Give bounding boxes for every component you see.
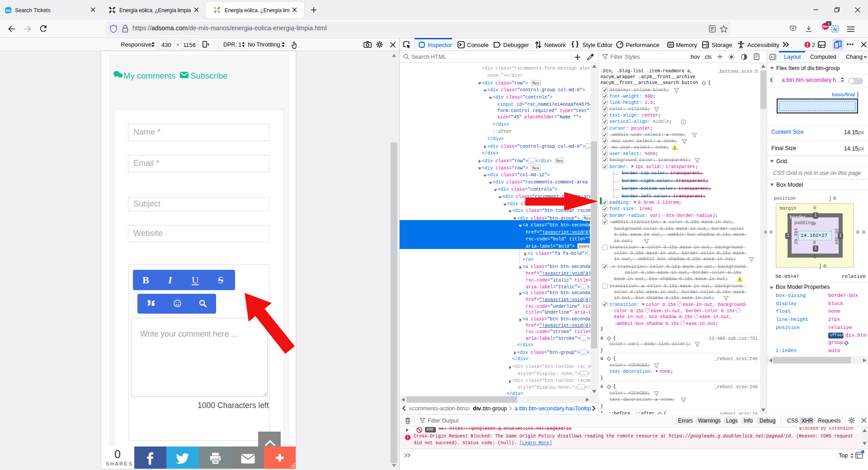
svg-text:RS: RS xyxy=(6,9,10,12)
svg-text:4: 4 xyxy=(828,22,830,26)
svg-text:N: N xyxy=(833,27,837,32)
svg-text:2: 2 xyxy=(812,42,815,48)
